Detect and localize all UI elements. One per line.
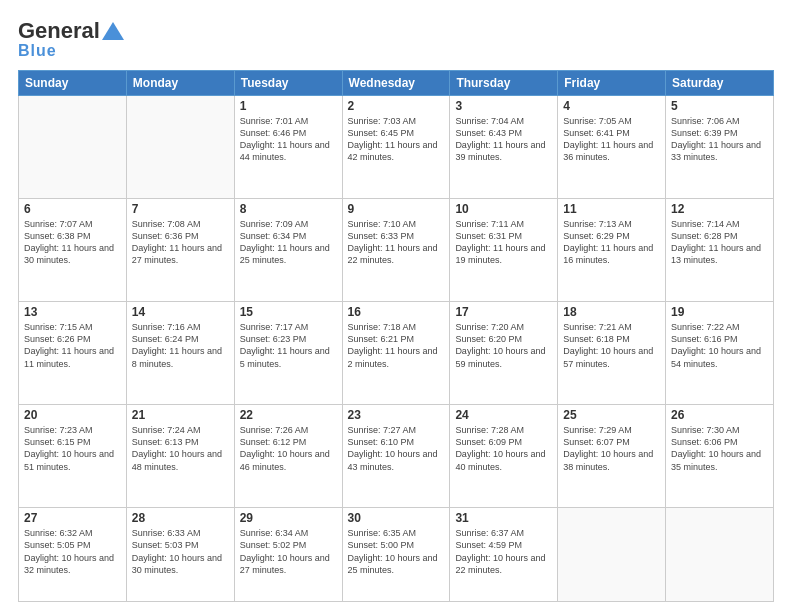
week-row-1: 1Sunrise: 7:01 AM Sunset: 6:46 PM Daylig… — [19, 96, 774, 199]
calendar-cell: 24Sunrise: 7:28 AM Sunset: 6:09 PM Dayli… — [450, 405, 558, 508]
day-number: 18 — [563, 305, 660, 319]
calendar-cell: 18Sunrise: 7:21 AM Sunset: 6:18 PM Dayli… — [558, 302, 666, 405]
day-info: Sunrise: 7:17 AM Sunset: 6:23 PM Dayligh… — [240, 321, 337, 370]
day-info: Sunrise: 7:14 AM Sunset: 6:28 PM Dayligh… — [671, 218, 768, 267]
day-info: Sunrise: 7:06 AM Sunset: 6:39 PM Dayligh… — [671, 115, 768, 164]
day-info: Sunrise: 7:22 AM Sunset: 6:16 PM Dayligh… — [671, 321, 768, 370]
day-number: 31 — [455, 511, 552, 525]
calendar-cell: 27Sunrise: 6:32 AM Sunset: 5:05 PM Dayli… — [19, 508, 127, 602]
day-number: 6 — [24, 202, 121, 216]
day-number: 20 — [24, 408, 121, 422]
week-row-2: 6Sunrise: 7:07 AM Sunset: 6:38 PM Daylig… — [19, 199, 774, 302]
weekday-header-tuesday: Tuesday — [234, 71, 342, 96]
day-number: 16 — [348, 305, 445, 319]
day-number: 10 — [455, 202, 552, 216]
weekday-header-thursday: Thursday — [450, 71, 558, 96]
day-number: 12 — [671, 202, 768, 216]
day-info: Sunrise: 7:03 AM Sunset: 6:45 PM Dayligh… — [348, 115, 445, 164]
day-number: 2 — [348, 99, 445, 113]
calendar-cell: 7Sunrise: 7:08 AM Sunset: 6:36 PM Daylig… — [126, 199, 234, 302]
day-info: Sunrise: 6:35 AM Sunset: 5:00 PM Dayligh… — [348, 527, 445, 576]
day-info: Sunrise: 7:09 AM Sunset: 6:34 PM Dayligh… — [240, 218, 337, 267]
day-info: Sunrise: 7:21 AM Sunset: 6:18 PM Dayligh… — [563, 321, 660, 370]
calendar-cell: 17Sunrise: 7:20 AM Sunset: 6:20 PM Dayli… — [450, 302, 558, 405]
weekday-header-friday: Friday — [558, 71, 666, 96]
calendar-cell: 20Sunrise: 7:23 AM Sunset: 6:15 PM Dayli… — [19, 405, 127, 508]
calendar-cell: 22Sunrise: 7:26 AM Sunset: 6:12 PM Dayli… — [234, 405, 342, 508]
calendar-cell: 30Sunrise: 6:35 AM Sunset: 5:00 PM Dayli… — [342, 508, 450, 602]
day-info: Sunrise: 7:04 AM Sunset: 6:43 PM Dayligh… — [455, 115, 552, 164]
calendar-cell: 26Sunrise: 7:30 AM Sunset: 6:06 PM Dayli… — [666, 405, 774, 508]
day-number: 4 — [563, 99, 660, 113]
day-info: Sunrise: 6:37 AM Sunset: 4:59 PM Dayligh… — [455, 527, 552, 576]
day-number: 29 — [240, 511, 337, 525]
day-number: 5 — [671, 99, 768, 113]
calendar-cell: 4Sunrise: 7:05 AM Sunset: 6:41 PM Daylig… — [558, 96, 666, 199]
calendar-cell: 29Sunrise: 6:34 AM Sunset: 5:02 PM Dayli… — [234, 508, 342, 602]
day-info: Sunrise: 7:13 AM Sunset: 6:29 PM Dayligh… — [563, 218, 660, 267]
calendar-cell — [558, 508, 666, 602]
day-info: Sunrise: 7:20 AM Sunset: 6:20 PM Dayligh… — [455, 321, 552, 370]
day-info: Sunrise: 6:33 AM Sunset: 5:03 PM Dayligh… — [132, 527, 229, 576]
day-info: Sunrise: 7:23 AM Sunset: 6:15 PM Dayligh… — [24, 424, 121, 473]
calendar-cell: 5Sunrise: 7:06 AM Sunset: 6:39 PM Daylig… — [666, 96, 774, 199]
day-info: Sunrise: 7:30 AM Sunset: 6:06 PM Dayligh… — [671, 424, 768, 473]
day-info: Sunrise: 7:15 AM Sunset: 6:26 PM Dayligh… — [24, 321, 121, 370]
day-number: 25 — [563, 408, 660, 422]
calendar-cell: 28Sunrise: 6:33 AM Sunset: 5:03 PM Dayli… — [126, 508, 234, 602]
logo-line: General — [18, 18, 124, 44]
day-number: 11 — [563, 202, 660, 216]
calendar-cell — [126, 96, 234, 199]
calendar-cell — [666, 508, 774, 602]
calendar-cell: 16Sunrise: 7:18 AM Sunset: 6:21 PM Dayli… — [342, 302, 450, 405]
calendar-cell: 10Sunrise: 7:11 AM Sunset: 6:31 PM Dayli… — [450, 199, 558, 302]
week-row-3: 13Sunrise: 7:15 AM Sunset: 6:26 PM Dayli… — [19, 302, 774, 405]
day-info: Sunrise: 7:24 AM Sunset: 6:13 PM Dayligh… — [132, 424, 229, 473]
svg-marker-0 — [102, 22, 124, 40]
calendar-cell: 19Sunrise: 7:22 AM Sunset: 6:16 PM Dayli… — [666, 302, 774, 405]
calendar-cell: 11Sunrise: 7:13 AM Sunset: 6:29 PM Dayli… — [558, 199, 666, 302]
calendar-cell: 13Sunrise: 7:15 AM Sunset: 6:26 PM Dayli… — [19, 302, 127, 405]
day-info: Sunrise: 7:28 AM Sunset: 6:09 PM Dayligh… — [455, 424, 552, 473]
week-row-5: 27Sunrise: 6:32 AM Sunset: 5:05 PM Dayli… — [19, 508, 774, 602]
day-number: 21 — [132, 408, 229, 422]
calendar-cell: 15Sunrise: 7:17 AM Sunset: 6:23 PM Dayli… — [234, 302, 342, 405]
day-info: Sunrise: 7:07 AM Sunset: 6:38 PM Dayligh… — [24, 218, 121, 267]
calendar-cell: 3Sunrise: 7:04 AM Sunset: 6:43 PM Daylig… — [450, 96, 558, 199]
day-info: Sunrise: 7:10 AM Sunset: 6:33 PM Dayligh… — [348, 218, 445, 267]
day-info: Sunrise: 7:29 AM Sunset: 6:07 PM Dayligh… — [563, 424, 660, 473]
day-number: 26 — [671, 408, 768, 422]
logo: General Blue — [18, 18, 124, 60]
weekday-header-wednesday: Wednesday — [342, 71, 450, 96]
day-info: Sunrise: 7:16 AM Sunset: 6:24 PM Dayligh… — [132, 321, 229, 370]
day-info: Sunrise: 6:34 AM Sunset: 5:02 PM Dayligh… — [240, 527, 337, 576]
calendar-table: SundayMondayTuesdayWednesdayThursdayFrid… — [18, 70, 774, 602]
calendar-cell — [19, 96, 127, 199]
day-info: Sunrise: 7:05 AM Sunset: 6:41 PM Dayligh… — [563, 115, 660, 164]
calendar-page: General Blue SundayMondayTuesdayWednesda… — [0, 0, 792, 612]
page-header: General Blue — [18, 18, 774, 60]
day-number: 9 — [348, 202, 445, 216]
day-number: 23 — [348, 408, 445, 422]
logo-text-general: General — [18, 18, 100, 44]
day-info: Sunrise: 7:01 AM Sunset: 6:46 PM Dayligh… — [240, 115, 337, 164]
calendar-cell: 21Sunrise: 7:24 AM Sunset: 6:13 PM Dayli… — [126, 405, 234, 508]
day-number: 17 — [455, 305, 552, 319]
calendar-cell: 23Sunrise: 7:27 AM Sunset: 6:10 PM Dayli… — [342, 405, 450, 508]
day-number: 7 — [132, 202, 229, 216]
day-info: Sunrise: 7:26 AM Sunset: 6:12 PM Dayligh… — [240, 424, 337, 473]
logo-text-blue: Blue — [18, 42, 57, 60]
calendar-cell: 8Sunrise: 7:09 AM Sunset: 6:34 PM Daylig… — [234, 199, 342, 302]
day-number: 30 — [348, 511, 445, 525]
logo-icon — [102, 20, 124, 42]
weekday-header-sunday: Sunday — [19, 71, 127, 96]
calendar-cell: 31Sunrise: 6:37 AM Sunset: 4:59 PM Dayli… — [450, 508, 558, 602]
day-number: 8 — [240, 202, 337, 216]
calendar-cell: 6Sunrise: 7:07 AM Sunset: 6:38 PM Daylig… — [19, 199, 127, 302]
day-info: Sunrise: 7:18 AM Sunset: 6:21 PM Dayligh… — [348, 321, 445, 370]
day-info: Sunrise: 7:11 AM Sunset: 6:31 PM Dayligh… — [455, 218, 552, 267]
day-number: 28 — [132, 511, 229, 525]
day-info: Sunrise: 7:27 AM Sunset: 6:10 PM Dayligh… — [348, 424, 445, 473]
calendar-cell: 9Sunrise: 7:10 AM Sunset: 6:33 PM Daylig… — [342, 199, 450, 302]
calendar-cell: 2Sunrise: 7:03 AM Sunset: 6:45 PM Daylig… — [342, 96, 450, 199]
